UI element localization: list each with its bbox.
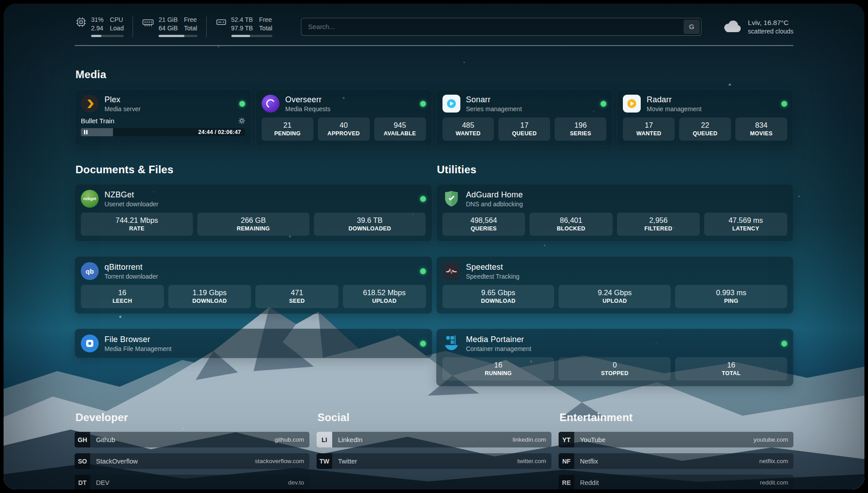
radarr-card[interactable]: Radarr Movie management 17 WANTED 22 QUE… [617,89,793,146]
radarr-icon [623,95,641,113]
stat-box: 9.65 Gbps DOWNLOAD [442,285,555,308]
stat-value: 16 [83,288,162,297]
header-divider [75,45,793,46]
gear-icon[interactable] [238,117,245,124]
app-name: Radarr [647,95,701,104]
stat-label: QUEUED [500,130,548,137]
cpu-icon [75,17,87,37]
stat-label: PING [677,298,785,305]
stat-value: 266 GB [199,216,308,225]
status-dot [420,341,426,347]
section-title-social: Social [317,411,551,424]
stat-value: 471 [257,288,337,297]
plex-icon [81,95,99,113]
portainer-card[interactable]: Media Portainer Container management 16 … [436,329,794,386]
disk-progress-bar [231,35,272,37]
disk-total-value: 97.9 TB [231,25,253,32]
search-input[interactable] [303,23,684,30]
cpu-label: CPU [110,16,124,23]
stat-value: 17 [625,121,673,130]
bookmark-name: DEV [96,479,109,486]
stat-box: 22 QUEUED [679,117,731,141]
app-name: Sonarr [466,95,522,104]
stat-label: REMAINING [199,226,308,232]
stat-value: 0.993 ms [677,288,785,297]
stat-label: DOWNLOAD [170,298,250,305]
utilities-section: Utilities AdGuard Home DNS and adblockin… [436,163,794,386]
stat-box: 945 AVAILABLE [374,117,426,141]
adguard-card[interactable]: AdGuard Home DNS and adblocking 498,564 … [436,184,794,242]
disk-total-label: Total [259,25,272,32]
section-title-media: Media [75,68,793,81]
stat-box: 17 QUEUED [498,117,550,141]
speedtest-card[interactable]: Speedtest Speedtest Tracking 9.65 Gbps D… [436,256,794,314]
stat-box: 196 SERIES [555,117,606,141]
playback-time: 24:44 / 02:06:47 [198,129,241,135]
stat-box: 17 WANTED [623,117,675,141]
app-subtitle: Usenet downloader [104,201,159,208]
app-name: Overseerr [285,95,330,104]
stat-box: 1.19 Gbps DOWNLOAD [168,285,251,308]
adguard-icon [442,190,460,208]
memory-monitor: 21 GiB 64 GiB Free Total [133,16,206,37]
bookmark-name: YouTube [580,436,605,443]
sonarr-icon [442,95,460,113]
filebrowser-card[interactable]: File Browser Media File Management [75,329,432,358]
bookmark-row-linkedin[interactable]: LI LinkedIn linkedin.com [317,432,551,447]
app-name: Plex [104,95,141,104]
stat-label: QUERIES [444,226,524,232]
stat-label: WANTED [444,130,492,137]
app-subtitle: DNS and adblocking [466,201,523,208]
stat-box: 39.6 TB DOWNLOADED [314,213,426,236]
search-bar: G [301,18,701,36]
app-name: NZBGet [104,190,159,200]
bookmark-row-github[interactable]: GH Github github.com [75,432,309,447]
qbittorrent-icon: qb [81,262,99,280]
stat-value: 0 [560,360,669,369]
status-dot [420,268,426,274]
app-name: qBittorrent [104,263,158,272]
bookmark-name: Reddit [580,479,599,486]
stat-box: 0 STOPPED [559,357,671,380]
stat-label: UPLOAD [560,298,669,305]
developer-section: Developer GH Github github.com SO StackO… [75,411,309,489]
qbittorrent-card[interactable]: qb qBittorrent Torrent downloader 16 [75,256,432,314]
stat-value: 17 [500,121,548,130]
stat-box: 16 LEECH [81,285,164,308]
bookmark-row-twitter[interactable]: TW Twitter twitter.com [317,453,551,469]
stat-value: 945 [376,121,424,130]
bookmark-row-stackoverflow[interactable]: SO StackOverflow stackoverflow.com [75,453,309,469]
stat-box: 9.24 Gbps UPLOAD [559,285,671,308]
sonarr-card[interactable]: Sonarr Series management 485 WANTED 17 Q… [436,89,613,146]
stat-value: 9.24 Gbps [560,288,669,297]
stat-value: 47.569 ms [706,216,785,225]
search-engine-button[interactable]: G [684,20,700,34]
system-monitors: 31% 2.94 CPU Load [75,16,281,37]
bookmark-row-dev[interactable]: DT DEV dev.to [75,475,309,489]
app-subtitle: Media Requests [285,105,330,113]
bookmark-badge: SO [75,453,90,469]
stat-box: 266 GB REMAINING [197,213,309,236]
media-section: Media Plex Media server [75,68,793,146]
stat-label: SEED [257,298,337,305]
app-subtitle: Torrent downloader [104,273,158,280]
overseerr-card[interactable]: Overseerr Media Requests 21 PENDING 40 A… [255,89,432,146]
app-subtitle: Container management [466,345,531,352]
ram-free-label: Free [184,16,197,23]
now-playing-title: Bullet Train [81,117,114,125]
plex-card[interactable]: Plex Media server Bullet Train [75,89,251,146]
bookmark-row-netflix[interactable]: NF Netflix netflix.com [559,453,793,469]
stat-label: WANTED [625,130,673,137]
app-subtitle: Media File Management [104,345,171,352]
ram-icon [142,17,154,37]
bookmark-badge: DT [75,475,90,489]
stat-value: 834 [737,121,785,130]
stat-box: 16 RUNNING [442,357,555,380]
bookmark-row-reddit[interactable]: RE Reddit reddit.com [559,475,793,489]
bookmark-row-youtube[interactable]: YT YouTube youtube.com [559,432,793,447]
nzbget-card[interactable]: nzbget NZBGet Usenet downloader 744.21 M… [75,184,432,242]
stat-value: 1.19 Gbps [170,288,250,297]
stat-box: 47.569 ms LATENCY [704,213,787,236]
stat-box: 485 WANTED [442,117,494,141]
social-section: Social LI LinkedIn linkedin.com TW Twitt… [317,411,551,489]
